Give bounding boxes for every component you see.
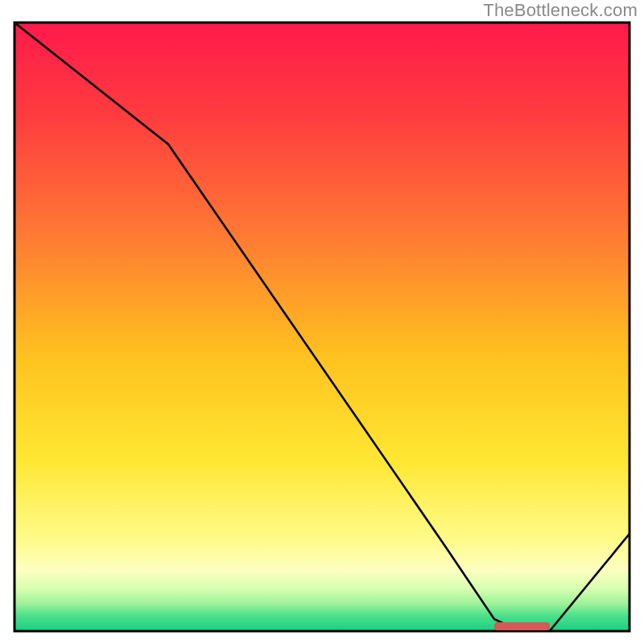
chart-stage: TheBottleneck.com (0, 0, 644, 644)
optimal-range-marker (494, 622, 550, 630)
gradient-background (14, 23, 630, 631)
bottleneck-chart (0, 0, 644, 644)
